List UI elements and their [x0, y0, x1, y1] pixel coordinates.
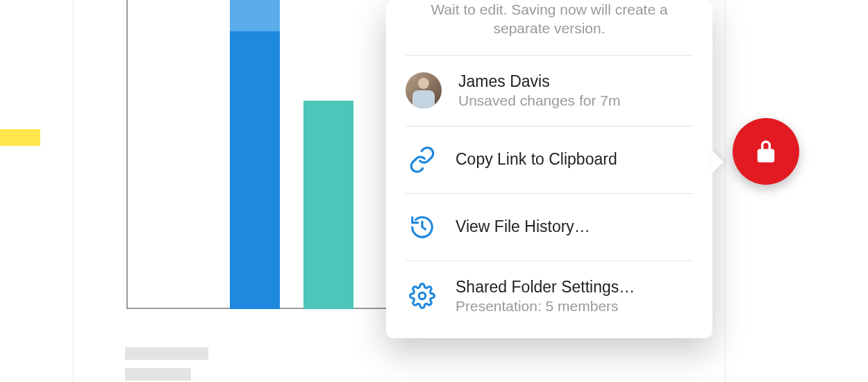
user-name: James Davis: [458, 72, 620, 91]
text-placeholder: [125, 347, 208, 360]
share-popover: Wait to edit. Saving now will create a s…: [386, 0, 712, 338]
copy-link-button[interactable]: Copy Link to Clipboard: [386, 126, 712, 193]
edit-lock-notice: Wait to edit. Saving now will create a s…: [386, 0, 712, 55]
lock-button[interactable]: [733, 118, 799, 185]
history-icon: [406, 210, 439, 244]
bar-chart: [122, 0, 414, 319]
chart-y-axis: [126, 0, 128, 309]
link-icon: [406, 143, 439, 176]
editing-user-row[interactable]: James Davis Unsaved changes for 7m: [386, 56, 712, 126]
lock-icon: [751, 137, 781, 166]
user-status: Unsaved changes for 7m: [458, 92, 620, 109]
avatar: [406, 72, 442, 108]
text-placeholder: [125, 368, 191, 381]
file-history-label: View File History…: [456, 217, 590, 236]
svg-point-0: [419, 292, 426, 299]
folder-settings-label: Shared Folder Settings…: [456, 278, 635, 297]
side-tab: [0, 129, 40, 146]
folder-settings-sub: Presentation: 5 members: [456, 298, 635, 315]
copy-link-label: Copy Link to Clipboard: [456, 150, 617, 169]
folder-settings-button[interactable]: Shared Folder Settings… Presentation: 5 …: [386, 261, 712, 331]
file-history-button[interactable]: View File History…: [386, 194, 712, 260]
chart-bar-1: [230, 0, 280, 309]
gear-icon: [406, 279, 439, 313]
chart-bar-2: [303, 101, 353, 309]
popover-arrow: [711, 149, 724, 174]
